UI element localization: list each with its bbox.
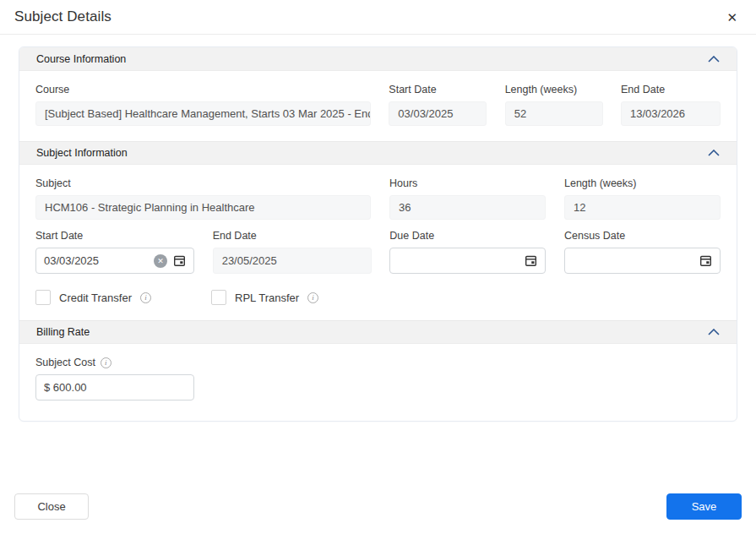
subject-start-date-input[interactable] bbox=[44, 254, 148, 267]
subject-field: HCM106 - Strategic Planning in Healthcar… bbox=[35, 195, 371, 220]
billing-rate-section: Billing Rate Subject Cost i bbox=[19, 320, 737, 421]
course-information-header[interactable]: Course Information bbox=[19, 47, 737, 71]
course-label: Course bbox=[35, 84, 371, 95]
subject-cost-input[interactable] bbox=[44, 381, 186, 394]
census-date-label: Census Date bbox=[564, 230, 721, 242]
section-title: Subject Information bbox=[36, 147, 128, 159]
dialog-footer: Close Save bbox=[0, 493, 756, 520]
info-icon: i bbox=[101, 357, 111, 368]
save-button[interactable]: Save bbox=[666, 493, 742, 520]
course-field: [Subject Based] Healthcare Management, S… bbox=[35, 101, 371, 126]
close-icon[interactable]: ✕ bbox=[723, 9, 741, 25]
chevron-up-icon[interactable] bbox=[708, 56, 720, 63]
clear-icon[interactable]: ✕ bbox=[154, 254, 167, 268]
calendar-icon[interactable] bbox=[173, 254, 186, 267]
rpl-transfer-checkbox[interactable] bbox=[211, 290, 226, 305]
calendar-icon[interactable] bbox=[525, 254, 537, 267]
due-date-label: Due Date bbox=[389, 230, 546, 242]
rpl-transfer-checkbox-item: RPL Transfer i bbox=[211, 290, 318, 305]
subject-details-card: Course Information Course [Subject Based… bbox=[19, 46, 737, 422]
due-date-input-wrap bbox=[389, 248, 546, 274]
credit-transfer-checkbox[interactable] bbox=[35, 290, 51, 305]
subject-information-header[interactable]: Subject Information bbox=[19, 141, 737, 165]
calendar-icon[interactable] bbox=[699, 254, 712, 267]
subject-cost-input-wrap bbox=[35, 374, 194, 400]
section-title: Course Information bbox=[36, 53, 126, 65]
info-icon: i bbox=[307, 292, 318, 303]
course-end-date-field: 13/03/2026 bbox=[621, 101, 721, 126]
census-date-input[interactable] bbox=[573, 254, 693, 267]
subject-end-date-field: 23/05/2025 bbox=[213, 248, 372, 274]
course-start-date-label: Start Date bbox=[389, 84, 487, 95]
close-button[interactable]: Close bbox=[14, 493, 89, 520]
billing-rate-header[interactable]: Billing Rate bbox=[19, 320, 737, 344]
hours-field: 36 bbox=[389, 195, 546, 220]
section-title: Billing Rate bbox=[36, 326, 90, 338]
chevron-up-icon[interactable] bbox=[708, 150, 720, 156]
course-length-weeks-label: Length (weeks) bbox=[505, 84, 603, 95]
census-date-input-wrap bbox=[564, 248, 721, 274]
dialog-title: Subject Details bbox=[14, 8, 111, 25]
info-icon: i bbox=[140, 292, 151, 303]
course-length-weeks-field: 52 bbox=[505, 101, 603, 126]
subject-length-weeks-field: 12 bbox=[564, 195, 721, 220]
subject-end-date-label: End Date bbox=[213, 230, 372, 242]
course-end-date-label: End Date bbox=[621, 84, 721, 95]
subject-information-section: Subject Information Subject HCM106 - Str… bbox=[19, 141, 737, 320]
credit-transfer-checkbox-item: Credit Transfer i bbox=[35, 290, 211, 305]
course-start-date-field: 03/03/2025 bbox=[389, 101, 487, 126]
due-date-input[interactable] bbox=[398, 254, 519, 267]
dialog-header: Subject Details ✕ bbox=[0, 0, 756, 35]
course-information-section: Course Information Course [Subject Based… bbox=[19, 47, 737, 141]
chevron-up-icon[interactable] bbox=[708, 329, 720, 335]
subject-cost-label-text: Subject Cost bbox=[35, 357, 95, 368]
subject-start-date-label: Start Date bbox=[35, 230, 194, 242]
subject-label: Subject bbox=[35, 177, 371, 189]
credit-transfer-label: Credit Transfer bbox=[59, 292, 132, 304]
subject-length-weeks-label: Length (weeks) bbox=[564, 177, 721, 189]
rpl-transfer-label: RPL Transfer bbox=[235, 292, 299, 304]
subject-cost-label: Subject Cost i bbox=[35, 357, 194, 368]
subject-start-date-input-wrap: ✕ bbox=[35, 248, 194, 274]
hours-label: Hours bbox=[389, 177, 546, 189]
